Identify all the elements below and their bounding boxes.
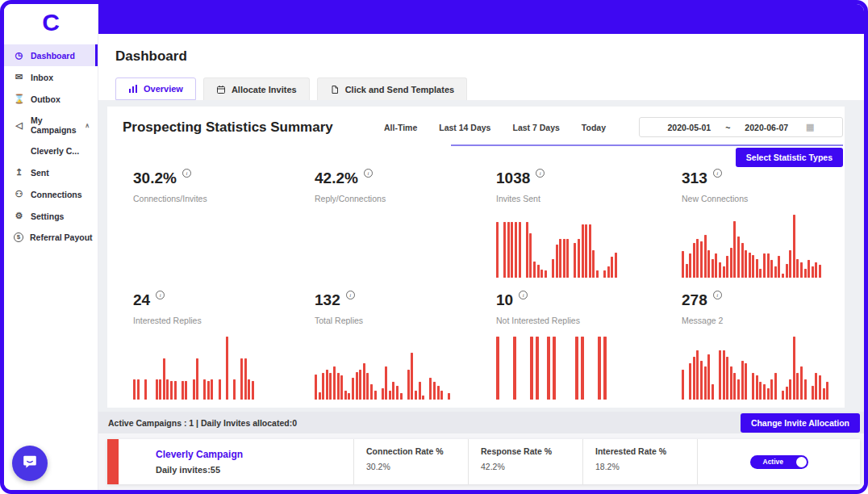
new-connections-chart [682, 215, 845, 278]
campaign-status-bar [107, 439, 119, 484]
metric-interested-rate: Interested Rate % 18.2% [582, 439, 697, 484]
tab-click-and-send-templates[interactable]: Click and Send Templates [317, 77, 468, 100]
document-icon [330, 85, 340, 94]
select-statistic-types-button[interactable]: Select Statistic Types [736, 148, 843, 167]
main-column: Dashboard Overview Allocate Invites [98, 4, 864, 490]
info-icon[interactable]: i [519, 291, 528, 299]
sidebar-item-label: Inbox [31, 73, 53, 82]
stat-invites-sent: 1038i Invites Sent [496, 170, 682, 278]
stat-label: Connections/Invites [133, 194, 315, 203]
cleverly-logo: C [42, 10, 60, 35]
panel-header: Prospecting Statistics Summary All-Time … [107, 117, 845, 137]
metric-value: 18.2% [595, 462, 697, 471]
tab-bar: Overview Allocate Invites Click and Send… [115, 77, 864, 100]
chat-launcher-button[interactable] [12, 446, 48, 481]
sidebar-item-my-campaigns[interactable]: ◁ My Campaigns ∧ [4, 110, 98, 140]
app-window: C ◷ Dashboard ✉ Inbox ⌛ Outbox ◁ My Camp… [0, 0, 868, 494]
tab-overview[interactable]: Overview [115, 77, 196, 100]
stat-value: 313 [682, 170, 707, 186]
inbox-icon: ✉ [14, 72, 24, 82]
campaign-name-link[interactable]: Cleverly Campaign [156, 449, 353, 460]
active-toggle[interactable]: Active [750, 455, 808, 469]
outbox-icon: ⌛ [14, 94, 24, 104]
top-bar [98, 4, 864, 34]
stat-value: 10 [496, 292, 513, 308]
total-replies-chart [315, 337, 496, 400]
filter-today[interactable]: Today [582, 123, 606, 132]
metric-label: Connection Rate % [366, 446, 468, 456]
stat-label: Invites Sent [496, 194, 682, 203]
stat-label: Reply/Connections [315, 194, 496, 203]
info-icon[interactable]: i [536, 169, 545, 178]
page-title: Dashboard [115, 48, 864, 65]
campaign-list: Cleverly Campaign Daily invites:55 Conne… [98, 433, 864, 490]
campaign-row: Cleverly Campaign Daily invites:55 Conne… [107, 439, 860, 484]
sidebar-item-settings[interactable]: ⚙ Settings [4, 205, 98, 227]
stat-new-connections: 313i New Connections [682, 170, 845, 278]
date-range-underline [451, 144, 843, 146]
sidebar-item-label: Dashboard [31, 51, 75, 61]
dollar-icon: $ [14, 232, 23, 242]
bar-chart-icon [128, 84, 138, 94]
sidebar-item-label: Connections [31, 190, 82, 199]
info-icon[interactable]: i [364, 169, 373, 178]
info-icon[interactable]: i [713, 291, 722, 299]
toggle-label: Active [763, 458, 784, 466]
stat-message-2: 278i Message 2 [682, 292, 845, 400]
metric-value: 30.2% [366, 462, 468, 471]
info-icon[interactable]: i [346, 291, 355, 299]
sidebar-item-referral-payout[interactable]: $ Referral Payout [4, 227, 98, 248]
stat-label: New Connections [682, 194, 845, 203]
stat-value: 278 [682, 292, 707, 308]
interested-replies-chart [133, 337, 315, 400]
sidebar-item-label: Outbox [31, 94, 61, 104]
tab-label: Allocate Invites [232, 85, 297, 94]
change-invite-allocation-button[interactable]: Change Invite Allocation [741, 413, 860, 433]
metric-label: Interested Rate % [595, 446, 697, 456]
info-icon[interactable]: i [156, 291, 165, 299]
panel-title: Prospecting Statistics Summary [123, 119, 333, 136]
sidebar-item-label: Referral Payout [30, 232, 93, 242]
stat-label: Not Interested Replies [496, 316, 682, 325]
stat-reply-connections: 42.2%i Reply/Connections [315, 170, 496, 278]
toggle-knob [796, 457, 807, 467]
gear-icon: ⚙ [14, 211, 24, 221]
logo[interactable]: C [4, 4, 98, 41]
info-icon[interactable]: i [713, 169, 722, 178]
sidebar-item-sent[interactable]: ↥ Sent [4, 161, 98, 183]
stat-value: 42.2% [315, 170, 358, 186]
dashboard-icon: ◷ [14, 50, 24, 61]
info-icon[interactable]: i [182, 169, 191, 178]
metric-response-rate: Response Rate % 42.2% [468, 439, 582, 484]
stat-value: 24 [133, 292, 150, 308]
sidebar-item-label: Settings [31, 211, 64, 221]
stat-value: 1038 [496, 170, 530, 186]
filter-last-14-days[interactable]: Last 14 Days [439, 123, 490, 132]
sidebar-item-connections[interactable]: ⚇ Connections [4, 183, 98, 205]
tab-allocate-invites[interactable]: Allocate Invites [203, 77, 310, 100]
invites-sent-chart [496, 215, 682, 278]
people-icon: ⚇ [14, 189, 24, 199]
sent-icon: ↥ [14, 167, 24, 178]
sidebar-item-dashboard[interactable]: ◷ Dashboard [4, 44, 98, 66]
not-interested-replies-chart [496, 337, 682, 400]
stat-label: Interested Replies [133, 316, 315, 325]
tab-label: Click and Send Templates [345, 85, 455, 94]
sidebar-item-cleverly-campaign[interactable]: Cleverly C... [4, 140, 98, 161]
filter-all-time[interactable]: All-Time [384, 123, 417, 132]
sidebar-item-inbox[interactable]: ✉ Inbox [4, 66, 98, 88]
chevron-up-icon[interactable]: ∧ [85, 122, 93, 129]
time-filters: All-Time Last 14 Days Last 7 Days Today … [384, 117, 843, 137]
filter-last-7-days[interactable]: Last 7 Days [512, 123, 559, 132]
active-campaigns-bar: Active Campaigns : 1 | Daily Invites all… [98, 412, 864, 433]
sidebar-item-outbox[interactable]: ⌛ Outbox [4, 88, 98, 110]
content-area: Prospecting Statistics Summary All-Time … [98, 100, 864, 412]
megaphone-icon: ◁ [14, 120, 24, 131]
tab-label: Overview [144, 84, 183, 94]
date-range-picker[interactable]: 2020-05-01 ~ 2020-06-07 ▦ [639, 117, 843, 137]
stat-value: 30.2% [133, 170, 177, 186]
campaign-toggle-zone: Active [697, 439, 860, 484]
calendar-icon: ▦ [806, 122, 814, 132]
campaign-daily-invites: Daily invites:55 [156, 465, 353, 475]
sidebar-menu: ◷ Dashboard ✉ Inbox ⌛ Outbox ◁ My Campai… [4, 44, 98, 248]
